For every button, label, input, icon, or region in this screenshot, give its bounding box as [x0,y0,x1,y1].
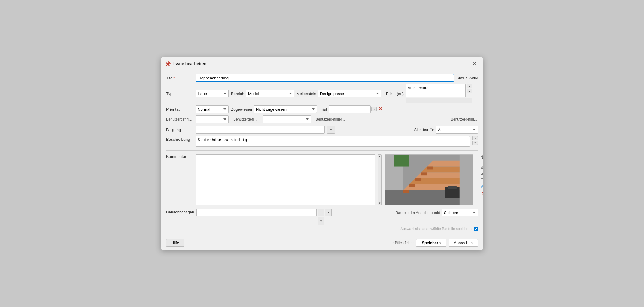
bauteile-select[interactable]: Sichtbar [442,209,478,216]
zugewiesen-group: Zugewiesen Nicht zugewiesen [231,105,317,113]
image-panel: ✕ [385,154,478,206]
titel-input[interactable] [196,74,454,82]
svg-rect-28 [481,174,483,178]
frist-clear-button[interactable]: ✕ [377,106,384,112]
benachrichtigen-bottom: ▼ [196,217,332,225]
frist-group: Frist ▼ ✕ [319,105,384,113]
svg-rect-18 [427,167,433,170]
bereich-label: Bereich [231,91,244,96]
sichtbar-select[interactable]: All [436,126,478,134]
zugewiesen-select[interactable]: Nicht zugewiesen [254,105,317,113]
prioritaet-select[interactable]: Normal [196,105,229,113]
meilenstein-group: Meilenstein Design phase [296,90,381,97]
kommentar-textarea-wrapper [196,154,375,206]
hilfe-button[interactable]: Hilfe [166,239,184,247]
frist-dropdown-btn[interactable]: ▼ [371,107,377,111]
image-tools: ✕ [480,154,483,198]
kommentar-scroll-up-arrow[interactable]: ▲ [378,155,381,158]
etikett-container: Architecture ▲ ▼ [406,84,472,103]
kommentar-section: Kommentar ▲ ▼ [166,154,478,206]
benachrichtigen-wrapper: ▲ ▼ ▼ [196,209,332,225]
auswahl-label: Auswahl als ausgewählte Bauteile speiche… [400,227,472,231]
benachrichtigen-btns: ▲ ▼ [318,209,332,216]
billigung-box[interactable] [196,126,325,134]
userdef2-select[interactable] [263,115,311,123]
prioritaet-label: Priorität [166,107,193,112]
image-tool-button[interactable] [480,163,483,170]
benachrichtigen-row: Benachrichtigen ▲ ▼ ▼ Bauteile im Ansich… [166,209,478,225]
bauteile-group: Bauteile im Ansichtspunkt Sichtbar [396,209,478,216]
image-outer: ✕ [385,154,478,205]
userdef-row: Benutzerdéfini... Benutzerdefi... Benutz… [166,115,478,123]
dialog-titlebar: Issue bearbeiten ✕ [161,57,483,70]
svg-rect-19 [394,155,409,167]
auswahl-checkbox[interactable] [474,227,478,231]
footer-left: Hilfe [166,239,184,247]
benachrichtigen-dropdown-btn[interactable]: ▼ [325,209,332,216]
etikett-inner: Architecture ▲ ▼ [406,84,472,97]
auswahl-row: Auswahl als ausgewählte Bauteile speiche… [166,227,478,231]
svg-rect-14 [403,190,409,193]
footer-right: * Pflichtfelder Speichern Abbrechen [393,239,478,247]
benachrichtigen-label: Benachrichtigen [166,209,194,214]
dialog-title-area: Issue bearbeiten [166,61,207,66]
beschreibung-scroll-down[interactable]: ▼ [472,141,478,145]
camera-tool-button[interactable] [480,154,483,161]
kommentar-row: Kommentar ▲ ▼ [166,154,382,206]
typ-select[interactable]: Issue [196,90,229,97]
meilenstein-select[interactable]: Design phase [318,90,381,97]
etikett-group: Etikett(en) Architecture ▲ ▼ [386,84,472,103]
beschreibung-row: Beschreibung Stufenhöhe zu niedrig ▲ ▼ [166,136,478,147]
status-text: Status: Aktiv [456,76,478,80]
section-divider [166,150,478,151]
etikett-scroll-down[interactable]: ▼ [467,89,472,93]
edit-tool-button[interactable] [480,181,483,189]
billigung-dropdown-btn[interactable]: ▼ [327,126,335,134]
kommentar-label: Kommentar [166,154,193,159]
typ-label: Typ [166,91,193,96]
etikett-scroll-col: ▲ ▼ [467,84,472,93]
delete-tool-button[interactable]: ✕ [480,190,483,198]
benachrichtigen-up-btn[interactable]: ▲ [318,209,324,216]
benachrichtigen-input[interactable] [196,209,317,216]
svg-rect-21 [448,186,457,189]
dialog-title: Issue bearbeiten [173,61,207,66]
snowflake-icon [166,61,171,66]
bereich-select[interactable]: Model [246,90,294,97]
abbrechen-button[interactable]: Abbrechen [449,239,478,247]
sichtbar-group: Sichtbar für All [414,126,478,134]
svg-rect-16 [415,178,421,181]
billigung-label: Billigung [166,127,193,132]
svg-rect-22 [460,155,473,205]
etikett-scroll-up[interactable]: ▲ [467,84,472,88]
userdef1-select[interactable] [196,115,229,123]
kommentar-textarea[interactable] [196,154,375,205]
meilenstein-label: Meilenstein [296,91,316,96]
sichtbar-label: Sichtbar für [414,127,434,132]
staircase-svg [385,155,473,205]
copy-tool-button[interactable] [480,172,483,180]
svg-rect-15 [409,184,415,187]
svg-rect-17 [421,172,427,175]
zugewiesen-label: Zugewiesen [231,107,252,112]
frist-input-group: ▼ ✕ [329,105,384,113]
userdef4-label: Benutzerdéfini... [451,117,478,121]
benachrichtigen-top: ▲ ▼ [196,209,332,216]
beschreibung-input[interactable]: Stufenhöhe zu niedrig [196,136,470,147]
etikett-label: Etikett(en) [386,91,404,96]
etikett-box[interactable]: Architecture [406,84,466,97]
dialog-body: Titel* Status: Aktiv Typ Issue Bereich M… [161,70,483,236]
kommentar-scroll-down-arrow[interactable]: ▼ [378,202,381,204]
benachrichtigen-bottom-down-btn[interactable]: ▼ [318,217,324,225]
titel-row: Titel* Status: Aktiv [166,74,478,82]
kommentar-scrollbar[interactable]: ▲ ▼ [378,154,382,205]
frist-input[interactable] [329,105,371,113]
speichern-button[interactable]: Speichern [416,239,446,247]
userdef2-label: Benutzerdefi... [233,117,260,121]
userdef1-label: Benutzerdéfini... [166,117,193,121]
issue-dialog: Issue bearbeiten ✕ Titel* Status: Aktiv … [161,57,483,250]
beschreibung-scroll-up[interactable]: ▲ [472,136,478,140]
close-button[interactable]: ✕ [470,60,478,67]
etikett-tag: Architecture [408,86,428,90]
etikett-scrollbar[interactable] [406,98,472,103]
